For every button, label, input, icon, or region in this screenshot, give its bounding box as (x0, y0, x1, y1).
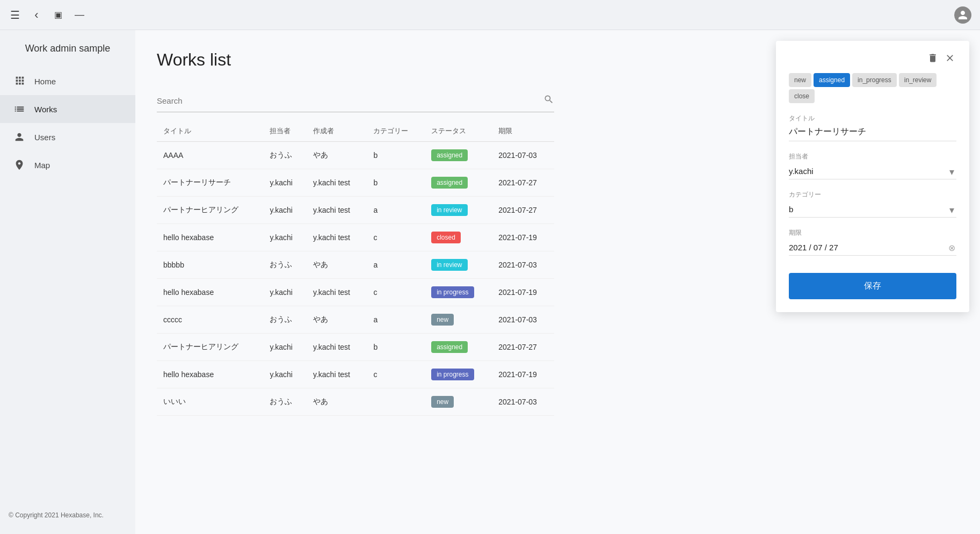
cell-status: assigned (425, 142, 492, 169)
cell-title: パートナーヒアリング (157, 197, 263, 224)
status-badge: assigned (431, 149, 468, 161)
cell-category (367, 388, 425, 416)
cell-assignee: y.kachi (263, 361, 307, 388)
cell-title: hello hexabase (157, 361, 263, 388)
cell-assignee: y.kachi (263, 334, 307, 361)
close-button[interactable] (943, 52, 956, 64)
cell-status: new (425, 306, 492, 334)
status-tabs: new assigned in_progress in_review close (789, 73, 956, 103)
minimize-icon[interactable]: — (73, 9, 86, 21)
status-badge: new (431, 314, 454, 326)
table-row[interactable]: ccccc おうふ やあ a new 2021-07-03 (157, 306, 554, 334)
table-row[interactable]: bbbbb おうふ やあ a in review 2021-07-03 (157, 251, 554, 279)
search-bar (157, 90, 554, 112)
cell-status: in progress (425, 279, 492, 306)
cell-category: b (367, 169, 425, 197)
cell-creator: やあ (307, 251, 367, 279)
table-row[interactable]: パートナーヒアリング y.kachi y.kachi test a in rev… (157, 197, 554, 224)
cell-status: assigned (425, 169, 492, 197)
detail-title-label: タイトル (789, 114, 956, 123)
cell-title: bbbbb (157, 251, 263, 279)
clear-date-button[interactable]: ⊗ (947, 242, 956, 254)
detail-category-select[interactable]: a b c (789, 203, 956, 217)
detail-assignee-select-wrapper: y.kachi おうふ ▾ (789, 164, 956, 179)
users-icon (13, 131, 26, 143)
detail-deadline-input[interactable] (789, 241, 947, 255)
table-row[interactable]: パートナーヒアリング y.kachi y.kachi test b assign… (157, 334, 554, 361)
cell-creator: y.kachi test (307, 279, 367, 306)
sidebar-item-map[interactable]: Map (0, 151, 135, 179)
detail-panel: new assigned in_progress in_review close… (776, 41, 969, 312)
status-badge: closed (431, 232, 461, 243)
detail-category-label: カテゴリー (789, 190, 956, 199)
cell-assignee: y.kachi (263, 279, 307, 306)
cell-assignee: おうふ (263, 306, 307, 334)
col-header-title: タイトル (157, 121, 263, 142)
status-badge: in review (431, 259, 467, 271)
window-icon[interactable]: ▣ (52, 9, 64, 21)
topbar: ☰ ‹ ▣ — (0, 0, 980, 30)
detail-deadline-group: 期限 ⊗ (789, 228, 956, 256)
cell-status: new (425, 388, 492, 416)
sidebar-item-works[interactable]: Works (0, 95, 135, 123)
avatar[interactable] (954, 6, 971, 24)
cell-creator: y.kachi test (307, 334, 367, 361)
sidebar-item-label-works: Works (34, 105, 57, 114)
status-tab-in-review[interactable]: in_review (899, 73, 937, 87)
home-icon (13, 75, 26, 88)
detail-category-group: カテゴリー a b c ▾ (789, 190, 956, 218)
cell-deadline: 2021-07-19 (492, 279, 554, 306)
cell-deadline: 2021-07-27 (492, 334, 554, 361)
cell-creator: y.kachi test (307, 361, 367, 388)
table-row[interactable]: hello hexabase y.kachi y.kachi test c in… (157, 279, 554, 306)
sidebar-item-label-map: Map (34, 161, 50, 170)
status-tab-assigned[interactable]: assigned (814, 73, 850, 87)
cell-category: b (367, 142, 425, 169)
cell-category: c (367, 361, 425, 388)
col-header-category: カテゴリー (367, 121, 425, 142)
cell-creator: やあ (307, 142, 367, 169)
sidebar-item-users[interactable]: Users (0, 123, 135, 151)
menu-icon[interactable]: ☰ (9, 9, 21, 21)
topbar-left: ☰ ‹ ▣ — (9, 9, 86, 21)
table-row[interactable]: いいい おうふ やあ new 2021-07-03 (157, 388, 554, 416)
cell-title: AAAA (157, 142, 263, 169)
cell-status: in review (425, 197, 492, 224)
col-header-status: ステータス (425, 121, 492, 142)
sidebar-item-label-home: Home (34, 77, 56, 86)
delete-button[interactable] (926, 52, 939, 64)
detail-deadline-wrapper: ⊗ (789, 241, 956, 256)
back-icon[interactable]: ‹ (30, 9, 43, 21)
cell-deadline: 2021-07-19 (492, 224, 554, 251)
status-tab-new[interactable]: new (789, 73, 811, 87)
cell-deadline: 2021-07-03 (492, 306, 554, 334)
cell-assignee: おうふ (263, 388, 307, 416)
table-row[interactable]: パートナーリサーチ y.kachi y.kachi test b assigne… (157, 169, 554, 197)
save-button[interactable]: 保存 (789, 273, 956, 299)
app-title: Work admin sample (0, 39, 135, 67)
sidebar-item-home[interactable]: Home (0, 67, 135, 95)
detail-assignee-label: 担当者 (789, 152, 956, 161)
table-row[interactable]: hello hexabase y.kachi y.kachi test c cl… (157, 224, 554, 251)
map-icon (13, 158, 26, 171)
status-tab-in-progress[interactable]: in_progress (852, 73, 897, 87)
status-tab-close[interactable]: close (789, 89, 815, 103)
table-row[interactable]: AAAA おうふ やあ b assigned 2021-07-03 (157, 142, 554, 169)
cell-assignee: おうふ (263, 251, 307, 279)
cell-creator: やあ (307, 388, 367, 416)
search-input[interactable] (157, 96, 543, 105)
cell-creator: y.kachi test (307, 169, 367, 197)
table-row[interactable]: hello hexabase y.kachi y.kachi test c in… (157, 361, 554, 388)
cell-status: in progress (425, 361, 492, 388)
detail-assignee-select[interactable]: y.kachi おうふ (789, 164, 956, 179)
cell-deadline: 2021-07-27 (492, 197, 554, 224)
sidebar: Work admin sample Home Works Users Map (0, 30, 135, 534)
detail-category-select-wrapper: a b c ▾ (789, 203, 956, 218)
cell-category: a (367, 251, 425, 279)
sidebar-item-label-users: Users (34, 133, 55, 142)
cell-creator: y.kachi test (307, 197, 367, 224)
main-layout: Work admin sample Home Works Users Map (0, 30, 980, 534)
status-badge: in progress (431, 286, 474, 298)
cell-assignee: y.kachi (263, 197, 307, 224)
cell-category: a (367, 306, 425, 334)
